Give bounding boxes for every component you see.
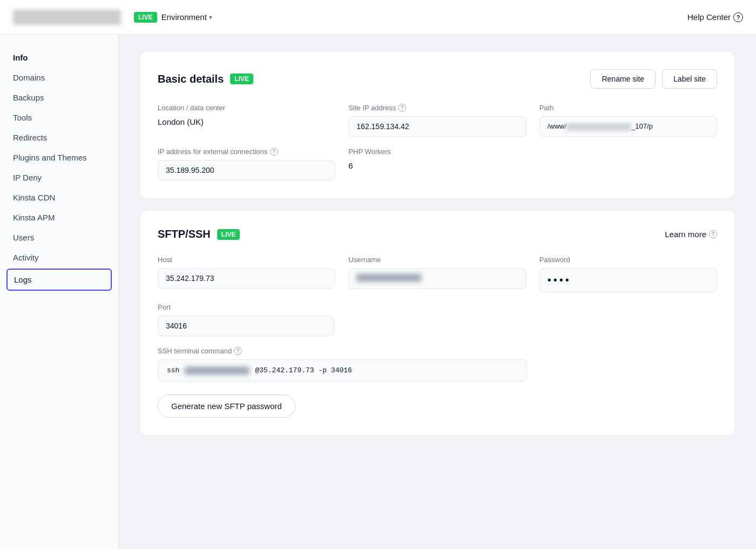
chevron-down-icon: ▾ (209, 14, 212, 21)
location-label: Location / data center (158, 104, 335, 112)
php-workers-value: 6 (348, 160, 526, 170)
basic-details-row2: IP address for external connections ? 35… (158, 148, 717, 180)
path-blurred-section (566, 123, 631, 131)
live-badge: LIVE (134, 12, 157, 23)
topbar: LIVE Environment ▾ Help Center ? (0, 0, 756, 35)
password-label: Password (539, 256, 717, 264)
php-workers-label: PHP Workers (348, 148, 526, 156)
sidebar-item-backups[interactable]: Backups (0, 88, 118, 108)
ssh-command-label: SSH terminal command ? (158, 347, 717, 355)
sftp-title-group: SFTP/SSH LIVE (158, 228, 240, 240)
location-value: London (UK) (158, 116, 335, 126)
sidebar: Info Domains Backups Tools Redirects Plu… (0, 35, 119, 549)
ssh-command-box: ssh @35.242.179.73 -p 34016 (158, 359, 527, 381)
sidebar-item-tools[interactable]: Tools (0, 108, 118, 128)
basic-details-row1: Location / data center London (UK) Site … (158, 104, 717, 137)
sidebar-item-kinsta-cdn[interactable]: Kinsta CDN (0, 188, 118, 207)
sftp-header: SFTP/SSH LIVE Learn more ? (158, 228, 717, 240)
site-ip-info-icon[interactable]: ? (398, 104, 406, 112)
ip-external-label: IP address for external connections ? (158, 148, 335, 156)
password-field: Password •••• (539, 256, 717, 292)
sidebar-item-kinsta-apm[interactable]: Kinsta APM (0, 207, 118, 227)
learn-more-icon: ? (709, 230, 717, 238)
main-layout: Info Domains Backups Tools Redirects Plu… (0, 35, 756, 549)
ssh-command-blurred (185, 367, 249, 374)
rename-site-button[interactable]: Rename site (590, 69, 656, 89)
host-field: Host 35.242.179.73 (158, 256, 335, 292)
password-value: •••• (539, 268, 717, 292)
help-icon: ? (733, 12, 743, 22)
sftp-row2: Port 34016 (158, 303, 717, 336)
sftp-title: SFTP/SSH (158, 228, 211, 240)
basic-details-actions: Rename site Label site (590, 69, 717, 89)
site-ip-field: Site IP address ? 162.159.134.42 (348, 104, 526, 137)
sidebar-item-redirects[interactable]: Redirects (0, 128, 118, 148)
password-dots: •••• (548, 274, 571, 286)
sidebar-item-activity[interactable]: Activity (0, 247, 118, 267)
site-ip-label: Site IP address ? (348, 104, 526, 112)
sftp-row1: Host 35.242.179.73 Username Password •••… (158, 256, 717, 292)
ssh-command-info-icon[interactable]: ? (234, 347, 242, 355)
site-ip-value: 162.159.134.42 (348, 116, 526, 137)
location-field: Location / data center London (UK) (158, 104, 335, 137)
username-value (348, 268, 526, 289)
sidebar-item-plugins-themes[interactable]: Plugins and Themes (0, 148, 118, 168)
basic-details-card: Basic details LIVE Rename site Label sit… (140, 52, 734, 198)
php-workers-field: PHP Workers 6 (348, 148, 526, 180)
sftp-ssh-card: SFTP/SSH LIVE Learn more ? Host 35.242.1… (140, 211, 734, 435)
label-site-button[interactable]: Label site (662, 69, 717, 89)
ip-external-field: IP address for external connections ? 35… (158, 148, 335, 180)
sidebar-item-logs[interactable]: Logs (6, 269, 112, 291)
ip-external-info-icon[interactable]: ? (270, 148, 278, 156)
sftp-live-badge: LIVE (217, 229, 240, 240)
main-content: Basic details LIVE Rename site Label sit… (119, 35, 756, 549)
username-label: Username (348, 256, 526, 264)
path-label: Path (539, 104, 717, 112)
basic-details-header: Basic details LIVE Rename site Label sit… (158, 69, 717, 89)
sidebar-item-info[interactable]: Info (0, 48, 118, 68)
ip-external-value: 35.189.95.200 (158, 160, 335, 180)
sidebar-item-users[interactable]: Users (0, 227, 118, 247)
environment-label: Environment ▾ (161, 12, 212, 22)
host-label: Host (158, 256, 335, 264)
help-center-button[interactable]: Help Center ? (687, 12, 743, 22)
sidebar-item-ip-deny[interactable]: IP Deny (0, 168, 118, 188)
port-label: Port (158, 303, 334, 311)
port-value: 34016 (158, 316, 334, 336)
logo (13, 10, 121, 25)
sidebar-item-domains[interactable]: Domains (0, 68, 118, 88)
generate-sftp-password-button[interactable]: Generate new SFTP password (158, 394, 295, 418)
environment-selector[interactable]: LIVE Environment ▾ (134, 12, 212, 23)
ssh-command-section: SSH terminal command ? ssh @35.242.179.7… (158, 347, 717, 381)
basic-details-title-group: Basic details LIVE (158, 73, 253, 85)
path-value: /www/_107/p (539, 116, 717, 137)
basic-details-title: Basic details (158, 73, 224, 85)
learn-more-button[interactable]: Learn more ? (665, 230, 717, 239)
username-blurred (356, 274, 421, 282)
port-field: Port 34016 (158, 303, 342, 336)
username-field: Username (348, 256, 526, 292)
path-field: Path /www/_107/p (539, 104, 717, 137)
host-value: 35.242.179.73 (158, 268, 335, 289)
basic-details-live-badge: LIVE (230, 73, 253, 84)
placeholder-field (539, 148, 717, 180)
